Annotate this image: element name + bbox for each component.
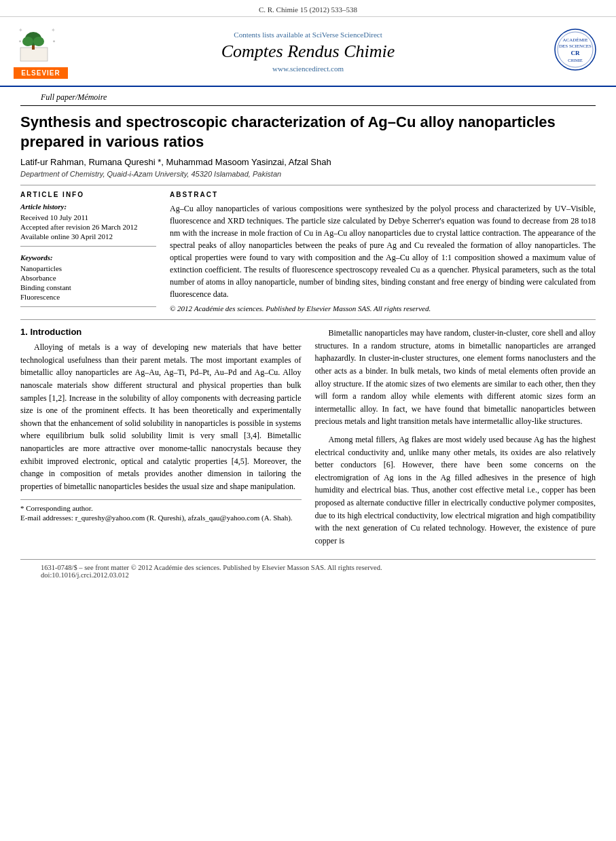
article-info-column: ARTICLE INFO Article history: Received 1… xyxy=(20,191,156,312)
svg-text:ACADÉMIE: ACADÉMIE xyxy=(562,37,587,43)
article-info-heading: ARTICLE INFO xyxy=(20,191,156,198)
article-history-label: Article history: xyxy=(20,202,156,211)
copyright-note: © 2012 Académie des sciences. Published … xyxy=(170,304,596,312)
keyword-4: Fluorescence xyxy=(20,293,156,301)
cr-chimie-logo: ACADÉMIE DES SCIENCES CR CHIMIE xyxy=(554,28,598,72)
elsevier-text: ELSEVIER xyxy=(14,67,68,79)
journal-title: Comptes Rendus Chimie xyxy=(68,41,548,62)
footer-issn: 1631-0748/$ – see front matter © 2012 Ac… xyxy=(41,564,575,571)
sciverse-text: Contents lists available at SciVerse Sci… xyxy=(68,31,548,39)
article-title: Synthesis and spectroscopic characteriza… xyxy=(20,113,596,151)
header-banner: ✦ ✦ ✦ ✦ ELSEVIER Contents lists availabl… xyxy=(0,17,616,87)
email-note: E-mail addresses: r_qureshy@yahoo.com (R… xyxy=(20,514,302,522)
main-content: Full paper/Mémoire Synthesis and spectro… xyxy=(0,87,616,590)
body-two-columns: 1. Introduction Alloying of metals is a … xyxy=(20,327,596,552)
body-para-left-1: Alloying of metals is a way of developin… xyxy=(20,341,302,493)
header-center: Contents lists available at SciVerse Sci… xyxy=(68,31,548,73)
affiliation: Department of Chemistry, Quaid-i-Azam Un… xyxy=(20,170,596,178)
elsevier-logo: ✦ ✦ ✦ ✦ ELSEVIER xyxy=(14,24,68,79)
svg-text:CR: CR xyxy=(570,50,579,56)
divider-2 xyxy=(20,246,156,247)
keyword-3: Binding constant xyxy=(20,283,156,291)
accepted-date: Accepted after revision 26 March 2012 xyxy=(20,223,156,231)
keywords-label: Keywords: xyxy=(20,253,156,262)
body-para-right-1: Bimetallic nanoparticles may have random… xyxy=(315,327,596,428)
journal-reference: C. R. Chimie 15 (2012) 533–538 xyxy=(0,0,616,17)
body-section: 1. Introduction Alloying of metals is a … xyxy=(20,319,596,552)
divider-1 xyxy=(20,185,596,185)
body-right-column: Bimetallic nanoparticles may have random… xyxy=(315,327,596,552)
svg-text:CHIMIE: CHIMIE xyxy=(568,58,583,62)
keyword-2: Absorbance xyxy=(20,274,156,282)
footer-doi: doi:10.1016/j.crci.2012.03.012 xyxy=(41,571,575,579)
right-logo: ACADÉMIE DES SCIENCES CR CHIMIE xyxy=(548,28,602,75)
svg-text:✦: ✦ xyxy=(18,39,22,43)
footnotes: * Corresponding author. E-mail addresses… xyxy=(20,499,302,522)
abstract-text: Ag–Cu alloy nanoparticles of various com… xyxy=(170,202,596,300)
keyword-1: Nanoparticles xyxy=(20,264,156,272)
corresponding-note: * Corresponding author. xyxy=(20,504,302,512)
svg-text:✦: ✦ xyxy=(52,39,56,43)
received-date: Received 10 July 2011 xyxy=(20,213,156,221)
svg-point-3 xyxy=(22,37,33,46)
article-type: Full paper/Mémoire xyxy=(20,87,596,106)
available-date: Available online 30 April 2012 xyxy=(20,232,156,240)
article-info-abstract: ARTICLE INFO Article history: Received 1… xyxy=(20,191,596,312)
svg-text:DES SCIENCES: DES SCIENCES xyxy=(558,43,591,49)
abstract-column: ABSTRACT Ag–Cu alloy nanoparticles of va… xyxy=(170,191,596,312)
authors: Latif-ur Rahman, Rumana Qureshi *, Muham… xyxy=(20,157,596,167)
page: C. R. Chimie 15 (2012) 533–538 ✦ ✦ ✦ ✦ E… xyxy=(0,0,616,841)
journal-url: www.sciencedirect.com xyxy=(68,65,548,73)
svg-point-4 xyxy=(33,37,44,46)
section-1-title: 1. Introduction xyxy=(20,327,302,337)
abstract-heading: ABSTRACT xyxy=(170,191,596,198)
body-left-column: 1. Introduction Alloying of metals is a … xyxy=(20,327,302,552)
journal-ref-text: C. R. Chimie 15 (2012) 533–538 xyxy=(259,5,357,14)
svg-text:✦: ✦ xyxy=(51,27,56,33)
divider-3 xyxy=(20,306,156,307)
svg-text:✦: ✦ xyxy=(18,27,23,33)
elsevier-logo-svg: ✦ ✦ ✦ ✦ xyxy=(17,24,65,65)
body-para-right-2: Among metal fillers, Ag flakes are most … xyxy=(315,433,596,547)
footer: 1631-0748/$ – see front matter © 2012 Ac… xyxy=(20,559,596,583)
